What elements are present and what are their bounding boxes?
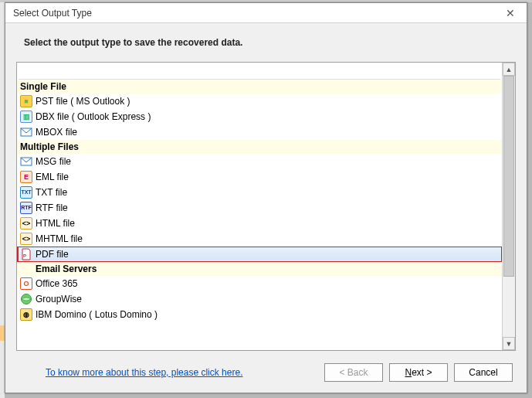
html-file-icon: <> bbox=[20, 217, 32, 230]
group-email-servers: Email Servers bbox=[17, 262, 502, 276]
option-label: Office 365 bbox=[36, 278, 77, 289]
option-txt[interactable]: TXT TXT file bbox=[17, 185, 502, 200]
txt-file-icon: TXT bbox=[20, 186, 32, 199]
vertical-scrollbar[interactable]: ▲ ▼ bbox=[502, 63, 515, 350]
scroll-track[interactable] bbox=[503, 76, 515, 337]
option-html[interactable]: <> HTML file bbox=[17, 216, 502, 231]
next-button-label: Next > bbox=[405, 367, 432, 378]
next-button[interactable]: Next > bbox=[389, 363, 448, 382]
option-label: IBM Domino ( Lotus Domino ) bbox=[36, 309, 158, 320]
pdf-file-icon: P bbox=[20, 248, 32, 260]
rtf-file-icon: RTF bbox=[20, 202, 32, 214]
scroll-up-button[interactable]: ▲ bbox=[503, 63, 515, 76]
option-label: RTF file bbox=[36, 202, 68, 213]
option-label: MHTML file bbox=[36, 233, 83, 244]
option-rtf[interactable]: RTF RTF file bbox=[17, 200, 502, 216]
option-eml[interactable]: E EML file bbox=[17, 169, 502, 185]
option-label: GroupWise bbox=[36, 294, 82, 304]
option-groupwise[interactable]: GroupWise bbox=[17, 291, 502, 307]
option-msg[interactable]: MSG file bbox=[17, 154, 502, 169]
option-label: MBOX file bbox=[36, 127, 77, 138]
option-label: TXT file bbox=[36, 187, 67, 198]
instruction-text: Select the output type to save the recov… bbox=[16, 23, 516, 62]
dbx-file-icon: ▥ bbox=[20, 111, 32, 123]
dialog-title: Select Output Type bbox=[13, 8, 497, 19]
eml-file-icon: E bbox=[20, 171, 32, 183]
domino-icon: ◍ bbox=[20, 308, 32, 321]
chevron-up-icon: ▲ bbox=[506, 66, 513, 73]
msg-file-icon bbox=[20, 155, 32, 168]
option-mbox[interactable]: MBOX file bbox=[17, 124, 502, 140]
scroll-down-button[interactable]: ▼ bbox=[503, 337, 515, 350]
dialog-window: Select Output Type ✕ Select the output t… bbox=[5, 2, 527, 393]
option-label: PST file ( MS Outlook ) bbox=[36, 96, 130, 107]
option-domino[interactable]: ◍ IBM Domino ( Lotus Domino ) bbox=[17, 307, 502, 322]
help-link[interactable]: To know more about this step, please cli… bbox=[19, 367, 242, 378]
back-button[interactable]: < Back bbox=[324, 363, 383, 382]
close-icon: ✕ bbox=[506, 7, 515, 19]
scroll-thumb[interactable] bbox=[503, 76, 514, 277]
option-pdf[interactable]: P PDF file bbox=[17, 247, 502, 262]
mhtml-file-icon: <> bbox=[20, 233, 32, 245]
output-type-list: Single File ■ PST file ( MS Outlook ) ▥ … bbox=[16, 62, 516, 351]
option-dbx[interactable]: ▥ DBX file ( Outlook Express ) bbox=[17, 109, 502, 124]
chevron-down-icon: ▼ bbox=[506, 340, 513, 348]
option-label: MSG file bbox=[36, 156, 71, 167]
list-body: Single File ■ PST file ( MS Outlook ) ▥ … bbox=[17, 63, 502, 350]
office365-icon: O bbox=[20, 277, 32, 290]
list-header-blank bbox=[19, 64, 500, 80]
titlebar: Select Output Type ✕ bbox=[5, 3, 527, 23]
close-button[interactable]: ✕ bbox=[497, 5, 524, 21]
option-label: HTML file bbox=[36, 218, 75, 229]
group-single-file: Single File bbox=[17, 80, 502, 94]
option-label: PDF file bbox=[36, 249, 69, 260]
option-label: EML file bbox=[36, 172, 69, 182]
option-mhtml[interactable]: <> MHTML file bbox=[17, 231, 502, 247]
option-office365[interactable]: O Office 365 bbox=[17, 276, 502, 291]
cancel-button[interactable]: Cancel bbox=[454, 363, 513, 382]
option-pst[interactable]: ■ PST file ( MS Outlook ) bbox=[17, 94, 502, 109]
mbox-file-icon bbox=[20, 126, 32, 138]
option-label: DBX file ( Outlook Express ) bbox=[36, 111, 151, 122]
svg-text:P: P bbox=[23, 253, 26, 258]
dialog-content: Select the output type to save the recov… bbox=[5, 23, 527, 393]
dialog-footer: To know more about this step, please cli… bbox=[16, 351, 516, 385]
pst-file-icon: ■ bbox=[20, 95, 32, 107]
groupwise-icon bbox=[20, 293, 32, 305]
group-multiple-files: Multiple Files bbox=[17, 140, 502, 154]
